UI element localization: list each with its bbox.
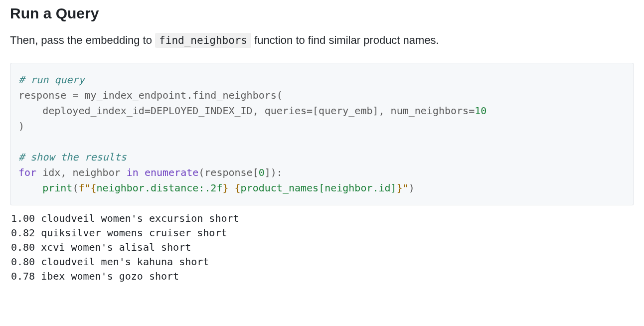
code-token: = <box>72 89 78 101</box>
code-token: :.2f <box>198 182 222 194</box>
code-token: response <box>204 166 252 178</box>
code-comment: # run query <box>18 74 84 86</box>
section-description: Then, pass the embedding to find_neighbo… <box>10 32 634 49</box>
code-token: DEPLOYED_INDEX_ID <box>151 105 253 117</box>
code-token: " <box>403 182 409 194</box>
code-token: idx <box>36 166 60 178</box>
inline-code-find-neighbors: find_neighbors <box>155 33 251 48</box>
code-token <box>18 182 42 194</box>
code-token: { <box>91 182 97 194</box>
code-token: neighbor.distance <box>97 182 199 194</box>
code-token: neighbor <box>72 166 126 178</box>
code-token: = <box>469 105 475 117</box>
section-heading: Run a Query <box>10 5 634 22</box>
code-token: query_emb <box>319 105 372 117</box>
code-token: print <box>42 182 72 194</box>
code-token: queries <box>265 105 307 117</box>
code-token: } <box>397 182 403 194</box>
code-token: my_index_endpoint <box>78 89 186 101</box>
code-token: = <box>145 105 151 117</box>
code-token: product_names[neighbor.id] <box>241 182 397 194</box>
code-token: ], <box>372 105 390 117</box>
code-block: # run query response = my_index_endpoint… <box>10 63 634 205</box>
code-token: enumerate <box>145 166 198 178</box>
code-token: [ <box>313 105 319 117</box>
code-token: , <box>253 105 265 117</box>
code-token: in <box>127 166 139 178</box>
description-text-suffix: function to find similar product names. <box>251 34 439 46</box>
code-token: f <box>78 182 84 194</box>
code-token: response <box>18 89 72 101</box>
output-block: 1.00 cloudveil women's excursion short 0… <box>10 211 634 284</box>
code-token: , <box>60 166 72 178</box>
code-token <box>229 182 235 194</box>
code-comment: # show the results <box>18 151 127 163</box>
code-token: [ <box>253 166 259 178</box>
code-token: ( <box>72 182 78 194</box>
code-token: } <box>222 182 228 194</box>
code-token: = <box>307 105 313 117</box>
code-token: find_neighbors <box>192 89 277 101</box>
code-token: for <box>18 166 36 178</box>
code-token: . <box>186 89 192 101</box>
code-token: { <box>235 182 241 194</box>
description-text-prefix: Then, pass the embedding to <box>10 34 155 46</box>
code-pre: # run query response = my_index_endpoint… <box>18 72 626 196</box>
code-token <box>139 166 145 178</box>
code-token: ]): <box>265 166 283 178</box>
code-token: " <box>84 182 90 194</box>
code-token: num_neighbors <box>391 105 469 117</box>
code-token: ) <box>18 120 24 132</box>
code-token: ( <box>198 166 204 178</box>
code-token: ) <box>409 182 415 194</box>
code-token: ( <box>277 89 283 101</box>
code-token: 10 <box>475 105 486 117</box>
code-token: 0 <box>259 166 265 178</box>
code-token: deployed_index_id <box>18 105 145 117</box>
